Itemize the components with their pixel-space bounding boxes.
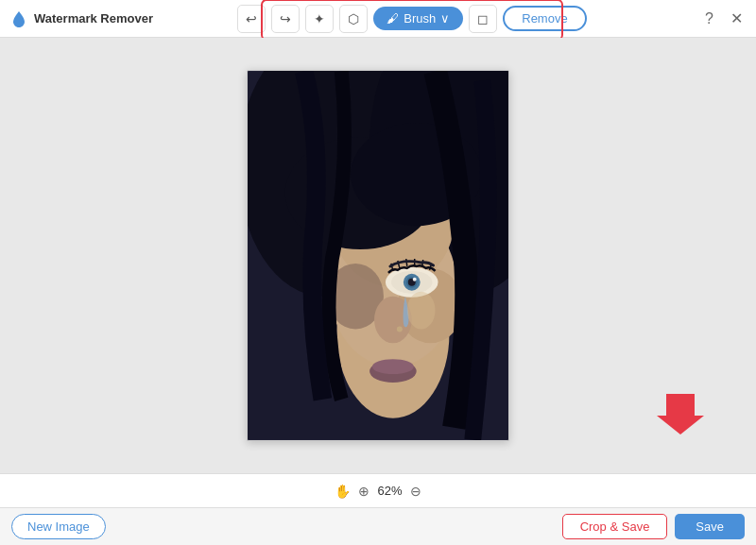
image-container[interactable] bbox=[247, 70, 509, 441]
polygon-button[interactable]: ⬡ bbox=[339, 5, 368, 33]
help-button[interactable]: ? bbox=[701, 9, 717, 29]
title-bar: Watermark Remover ↩ ↪ ✦ ⬡ 🖌 Brush ∨ ◻ Re… bbox=[0, 0, 756, 38]
undo-button[interactable]: ↩ bbox=[237, 5, 266, 33]
brush-label: Brush bbox=[404, 11, 436, 26]
lasso-icon: ✦ bbox=[314, 11, 325, 26]
title-bar-right: ? ✕ bbox=[671, 8, 747, 29]
status-bar: ✋ ⊕ 62% ⊖ bbox=[0, 473, 756, 507]
app-title: Watermark Remover bbox=[34, 11, 153, 26]
crop-save-label: Crop & Save bbox=[580, 519, 650, 534]
lasso-button[interactable]: ✦ bbox=[305, 5, 334, 33]
svg-point-12 bbox=[372, 359, 414, 374]
zoom-in-icon[interactable]: ⊕ bbox=[358, 484, 369, 499]
zoom-out-icon[interactable]: ⊖ bbox=[410, 484, 421, 499]
crop-save-button[interactable]: Crop & Save bbox=[562, 514, 668, 539]
zoom-level: 62% bbox=[377, 484, 402, 498]
app-logo: Watermark Remover bbox=[9, 9, 153, 28]
footer: New Image Crop & Save Save bbox=[0, 507, 756, 545]
redo-button[interactable]: ↪ bbox=[271, 5, 300, 33]
redo-icon: ↪ bbox=[280, 11, 291, 26]
remove-button[interactable]: Remove bbox=[503, 6, 586, 31]
undo-icon: ↩ bbox=[246, 11, 257, 26]
hand-tool-icon[interactable]: ✋ bbox=[335, 484, 351, 499]
new-image-label: New Image bbox=[27, 519, 90, 534]
eraser-button[interactable]: ◻ bbox=[469, 5, 497, 33]
new-image-button[interactable]: New Image bbox=[11, 514, 106, 539]
toolbar: ↩ ↪ ✦ ⬡ 🖌 Brush ∨ ◻ Remove bbox=[153, 5, 671, 33]
main-content bbox=[0, 38, 756, 473]
help-icon: ? bbox=[705, 10, 713, 26]
svg-point-26 bbox=[407, 292, 436, 330]
save-label: Save bbox=[696, 519, 724, 534]
svg-point-18 bbox=[413, 278, 417, 281]
svg-point-25 bbox=[397, 326, 403, 332]
portrait-image bbox=[248, 71, 508, 440]
close-icon: ✕ bbox=[730, 10, 743, 26]
arrow-indicator bbox=[657, 389, 704, 440]
svg-marker-27 bbox=[657, 394, 704, 434]
footer-right: Crop & Save Save bbox=[562, 514, 745, 539]
brush-icon: 🖌 bbox=[387, 11, 399, 26]
brush-button[interactable]: 🖌 Brush ∨ bbox=[373, 7, 463, 30]
remove-label: Remove bbox=[522, 11, 567, 26]
app-logo-icon bbox=[9, 9, 28, 28]
save-button[interactable]: Save bbox=[675, 514, 745, 539]
polygon-icon: ⬡ bbox=[348, 11, 359, 26]
brush-chevron-icon: ∨ bbox=[440, 11, 450, 26]
zoom-control: ✋ ⊕ 62% ⊖ bbox=[335, 484, 421, 499]
down-arrow-icon bbox=[657, 389, 704, 436]
eraser-icon: ◻ bbox=[477, 11, 489, 26]
close-button[interactable]: ✕ bbox=[727, 8, 747, 29]
